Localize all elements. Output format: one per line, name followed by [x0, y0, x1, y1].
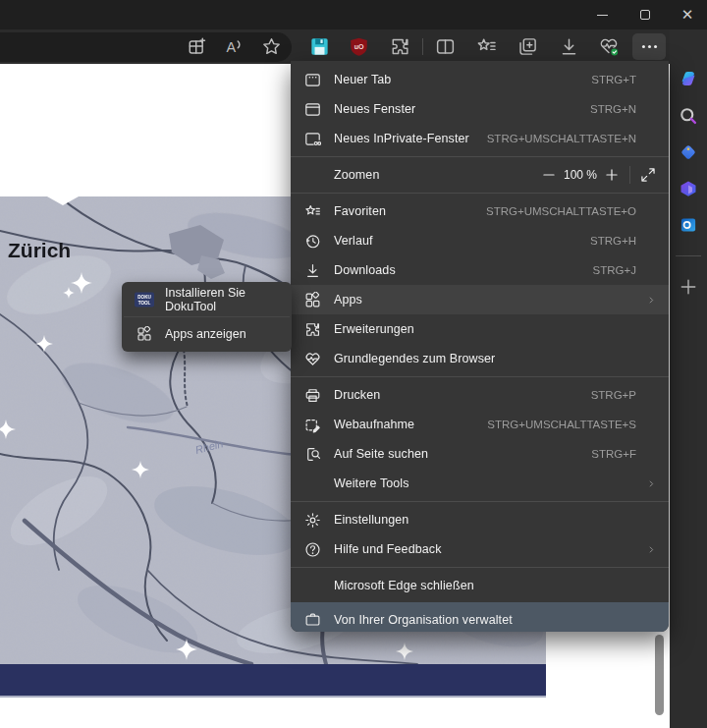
- submenu-item-installieren-sie-dokutool[interactable]: DOKUTOOLInstallieren Sie DokuTool: [122, 283, 292, 316]
- favorites-hub-icon[interactable]: [476, 36, 497, 57]
- menu-item-auf-seite-suchen[interactable]: Auf Seite suchenSTRG+F: [291, 439, 669, 469]
- menu-item-label: Einstellungen: [334, 513, 657, 527]
- menu-item-weitere-tools[interactable]: Weitere Tools: [291, 469, 669, 498]
- menu-item-label: Microsoft Edge schließen: [334, 579, 657, 592]
- copilot-icon[interactable]: [679, 69, 698, 88]
- menu-item-webaufnahme[interactable]: WebaufnahmeSTRG+UMSCHALTTASTE+S: [291, 410, 669, 439]
- sidebar-search-icon[interactable]: [679, 106, 698, 126]
- maximize-button[interactable]: [625, 0, 666, 29]
- shopping-tag-icon[interactable]: [679, 142, 698, 162]
- menu-separator: [291, 156, 669, 157]
- map-city-label: Zürich: [8, 239, 71, 261]
- microsoft365-icon[interactable]: [679, 179, 698, 198]
- svg-text:uO: uO: [354, 43, 364, 51]
- downloads-icon[interactable]: [559, 36, 579, 57]
- minimize-button[interactable]: [581, 0, 623, 29]
- browser-toolbar: AuO: [0, 29, 670, 64]
- favorites-icon: [304, 203, 321, 220]
- page-navy-banner: [0, 664, 546, 698]
- menu-item-shortcut: STRG+UMSCHALTTASTE+N: [487, 133, 636, 144]
- menu-item-label: Webaufnahme: [334, 418, 487, 431]
- menu-item-apps[interactable]: Apps: [291, 285, 669, 314]
- outlook-icon[interactable]: [679, 215, 698, 235]
- print-icon: [304, 387, 321, 404]
- menu-item-label: Neues Fenster: [334, 102, 590, 116]
- submenu-item-apps-anzeigen[interactable]: Apps anzeigen: [122, 317, 292, 351]
- edge-browser-window: ✕ AuO: [0, 0, 707, 728]
- web-capture-icon: [304, 417, 321, 433]
- menu-item-neues-inprivate-fenster[interactable]: Neues InPrivate-FensterSTRG+UMSCHALTTAST…: [291, 124, 669, 153]
- close-button[interactable]: ✕: [667, 0, 707, 29]
- settings-and-more-button[interactable]: [632, 33, 666, 60]
- menu-item-drucken[interactable]: DruckenSTRG+P: [291, 380, 669, 410]
- collections-icon[interactable]: [517, 36, 538, 57]
- browser-essentials-icon[interactable]: [599, 36, 620, 57]
- menu-item-shortcut: STRG+N: [590, 103, 636, 115]
- apps-submenu: DOKUTOOLInstallieren Sie DokuToolApps an…: [122, 282, 292, 352]
- menu-item-zoomen[interactable]: Zoomen100 %: [291, 160, 669, 190]
- dokutool-logo: DOKUTOOL: [135, 292, 154, 308]
- menu-item-von-ihrer-organisation-verwaltet[interactable]: Von Ihrer Organisation verwaltet: [291, 602, 669, 632]
- sidebar-separator: [676, 255, 701, 256]
- menu-item-label: Von Ihrer Organisation verwaltet: [334, 613, 657, 627]
- menu-item-erweiterungen[interactable]: Erweiterungen: [291, 314, 669, 344]
- menu-item-label: Zoomen: [334, 168, 379, 182]
- menu-item-downloads[interactable]: DownloadsSTRG+J: [291, 255, 669, 285]
- title-bar: ✕: [0, 0, 707, 29]
- menu-item-neues-fenster[interactable]: Neues FensterSTRG+N: [291, 94, 669, 124]
- more-menu-icon: [639, 36, 660, 57]
- fullscreen-icon[interactable]: [639, 166, 657, 184]
- menu-item-hilfe-und-feedback[interactable]: Hilfe und Feedback: [291, 534, 669, 564]
- favorite-star-icon[interactable]: [261, 36, 282, 57]
- split-screen-icon[interactable]: [435, 36, 456, 57]
- briefcase-icon: [304, 611, 321, 628]
- menu-item-shortcut: STRG+F: [591, 448, 636, 460]
- workspaces-icon[interactable]: [187, 36, 207, 57]
- zoom-divider: [629, 166, 630, 184]
- menu-item-label: Drucken: [334, 388, 591, 402]
- menu-item-shortcut: STRG+H: [590, 235, 636, 247]
- menu-item-grundlegendes-zum-browser[interactable]: Grundlegendes zum Browser: [291, 344, 669, 373]
- no-icon: [304, 578, 321, 594]
- history-icon: [304, 233, 321, 250]
- chevron-right-icon: [646, 295, 657, 306]
- menu-item-shortcut: STRG+P: [591, 389, 636, 401]
- menu-item-label: Neuer Tab: [334, 73, 591, 86]
- minimize-icon: [597, 15, 608, 16]
- zoom-in-button[interactable]: [603, 166, 621, 184]
- floppy-extension-icon[interactable]: [309, 36, 330, 57]
- help-icon: [304, 541, 321, 558]
- settings-and-more-menu: Neuer TabSTRG+TNeues FensterSTRG+NNeues …: [291, 61, 669, 632]
- menu-item-neuer-tab[interactable]: Neuer TabSTRG+T: [291, 65, 669, 94]
- menu-item-verlauf[interactable]: VerlaufSTRG+H: [291, 226, 669, 255]
- menu-item-favoriten[interactable]: FavoritenSTRG+UMSCHALTTASTE+O: [291, 196, 669, 226]
- read-aloud-icon[interactable]: A: [223, 36, 244, 57]
- toolbar-divider: [422, 38, 423, 55]
- plus-icon: [679, 277, 698, 297]
- menu-separator: [291, 501, 669, 502]
- menu-item-einstellungen[interactable]: Einstellungen: [291, 505, 669, 534]
- downloads-icon: [304, 262, 321, 279]
- vertical-scrollbar[interactable]: [655, 635, 664, 715]
- menu-item-label: Verlauf: [334, 234, 590, 248]
- menu-item-label: Neues InPrivate-Fenster: [334, 132, 487, 145]
- chevron-right-icon: [646, 544, 657, 555]
- ublock-shield-icon[interactable]: uO: [349, 36, 369, 57]
- maximize-icon: [640, 10, 650, 20]
- settings-gear-icon: [304, 512, 321, 529]
- address-bar[interactable]: [0, 32, 292, 62]
- submenu-item-label: Installieren Sie DokuTool: [165, 286, 282, 313]
- extensions-puzzle-icon[interactable]: [390, 36, 410, 57]
- menu-item-label: Hilfe und Feedback: [334, 542, 646, 556]
- menu-item-microsoft-edge-schlie-en[interactable]: Microsoft Edge schließen: [291, 571, 669, 600]
- zoom-out-button[interactable]: [540, 166, 558, 184]
- menu-item-shortcut: STRG+UMSCHALTTASTE+O: [486, 205, 636, 217]
- new-tab-icon: [304, 72, 321, 88]
- svg-text:TOOL: TOOL: [138, 301, 151, 306]
- new-window-icon: [304, 101, 321, 118]
- inprivate-icon: [304, 131, 321, 147]
- zoom-level-value: 100 %: [558, 168, 603, 182]
- menu-item-label: Grundlegendes zum Browser: [334, 352, 657, 365]
- essentials-icon: [304, 351, 321, 367]
- sidebar-add-button[interactable]: [679, 277, 698, 297]
